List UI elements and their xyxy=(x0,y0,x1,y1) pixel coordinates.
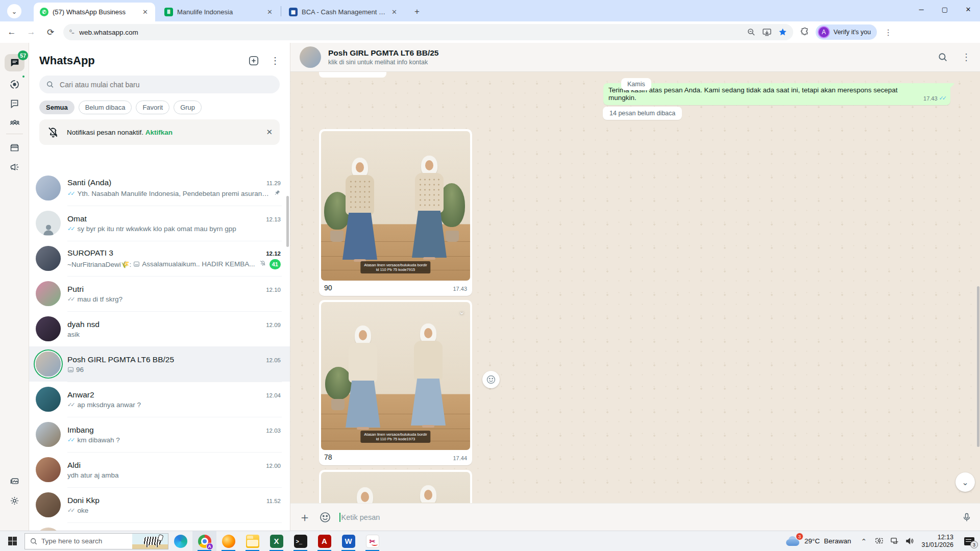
image-message[interactable]: Atasan linen versace/bulukuda bordir ld … xyxy=(319,129,472,296)
scroll-to-bottom-button[interactable]: ⌄ xyxy=(955,472,975,492)
search-input[interactable] xyxy=(60,81,273,89)
tab-close-icon[interactable]: ✕ xyxy=(140,7,150,17)
network-icon[interactable] xyxy=(887,531,902,551)
chat-list-item[interactable]: Putri 12.10 ✓✓mau di tf skrg? xyxy=(29,276,290,311)
image-message-partial[interactable] xyxy=(319,470,472,503)
avatar[interactable] xyxy=(36,387,61,412)
rail-chats-button[interactable]: 57 xyxy=(5,54,24,71)
filter-chip-belum-dibaca[interactable]: Belum dibaca xyxy=(79,101,132,114)
taskbar-app-file-explorer[interactable] xyxy=(240,531,264,551)
verify-profile-button[interactable]: A Verify it's you xyxy=(816,24,877,40)
rail-settings-button[interactable] xyxy=(5,492,24,509)
notification-banner[interactable]: Notifikasi pesan nonaktif. Aktifkan ✕ xyxy=(39,119,280,145)
rail-channels-button[interactable] xyxy=(5,95,24,112)
new-chat-icon[interactable] xyxy=(248,55,259,66)
chat-list-item[interactable]: Posh GIRL PGMTA LT6 BB/25 12.05 96 xyxy=(29,346,290,382)
avatar[interactable] xyxy=(36,211,61,236)
new-tab-button[interactable]: + xyxy=(410,5,424,18)
chat-list-item[interactable]: Doni Kkp 11.52 ✓✓oke xyxy=(29,487,290,522)
filter-chip-grup[interactable]: Grup xyxy=(174,101,202,114)
search-highlight-image[interactable] xyxy=(132,534,168,549)
browser-menu-icon[interactable]: ⋮ xyxy=(883,28,897,37)
chat-menu-icon[interactable]: ⋮ xyxy=(962,52,971,63)
taskbar-app-edge[interactable] xyxy=(168,531,192,551)
tab-close-icon[interactable]: ✕ xyxy=(389,7,399,17)
bookmark-star-icon[interactable] xyxy=(778,28,787,36)
chat-list-item[interactable]: Santi (Anda) 11.29 ✓✓Yth. Nasabah Manuli… xyxy=(29,170,290,206)
message-options-chevron-icon[interactable]: ⌄ xyxy=(458,307,465,316)
minimize-button[interactable]: ─ xyxy=(910,0,933,18)
reload-button[interactable]: ⟳ xyxy=(43,24,58,40)
zoom-icon[interactable] xyxy=(747,28,755,36)
chat-list-item[interactable]: Imbang 12.03 ✓✓km dibawah ? xyxy=(29,417,290,452)
search-bar[interactable] xyxy=(39,76,280,93)
taskbar-app-firefox[interactable] xyxy=(216,531,240,551)
rail-status-button[interactable] xyxy=(5,76,24,93)
rail-advertise-button[interactable] xyxy=(5,158,24,176)
attach-plus-icon[interactable]: ＋ xyxy=(299,509,311,525)
avatar[interactable] xyxy=(36,492,61,517)
avatar[interactable] xyxy=(36,316,61,341)
filter-chip-semua[interactable]: Semua xyxy=(39,101,75,114)
site-info-icon[interactable]: ⁰₌ xyxy=(69,29,74,36)
taskbar-app-word[interactable]: W xyxy=(336,531,360,551)
product-photo[interactable]: Atasan linen versace/bulukuda bordir ld … xyxy=(321,131,470,281)
conversation-header[interactable]: Posh GIRL PGMTA LT6 BB/25 klik di sini u… xyxy=(290,43,980,72)
message-input[interactable]: Ketik pesan xyxy=(339,513,953,522)
outgoing-message-bubble[interactable]: Terima kasih atas pesan Anda. Kami sedan… xyxy=(603,83,950,105)
taskbar-app-excel[interactable]: X xyxy=(264,531,288,551)
avatar[interactable] xyxy=(36,281,61,306)
banner-action[interactable]: Aktifkan xyxy=(145,129,173,136)
url-text[interactable]: web.whatsapp.com xyxy=(79,29,742,36)
taskbar-app-snipping-tool[interactable]: ✂ xyxy=(360,531,384,551)
sidebar-menu-icon[interactable]: ⋮ xyxy=(271,55,280,66)
volume-icon[interactable] xyxy=(902,531,917,551)
product-photo[interactable]: ⌄ xyxy=(321,302,470,450)
chat-list-item[interactable]: SUROPATI 3 12.12 ~NurFitrianaDewi🌾:Assal… xyxy=(29,241,290,276)
image-message[interactable]: ⌄ xyxy=(319,300,472,465)
react-emoji-button[interactable] xyxy=(482,371,500,388)
action-center-button[interactable]: 3 xyxy=(959,531,980,551)
tab-search-button[interactable]: ⌄ xyxy=(7,4,21,18)
close-button[interactable]: ✕ xyxy=(957,0,980,18)
back-button[interactable]: ← xyxy=(4,24,19,40)
forward-button[interactable]: → xyxy=(23,24,39,40)
tab-close-icon[interactable]: ✕ xyxy=(265,7,275,17)
chat-list-item[interactable]: Reseler Haz Fashion 11.47 Opi Mas Aa:Fot… xyxy=(29,522,290,531)
taskbar-search[interactable]: Type here to search xyxy=(24,533,168,549)
message-area[interactable]: Kamis Terima kasih atas pesan Anda. Kami… xyxy=(290,72,980,503)
taskbar-app-chrome[interactable]: A xyxy=(192,531,216,551)
rail-media-button[interactable] xyxy=(5,472,24,490)
tray-expand-chevron-icon[interactable]: ⌃ xyxy=(856,531,871,551)
taskbar-clock[interactable]: 12:13 31/01/2026 xyxy=(917,534,959,549)
message-composer[interactable]: ＋ Ketik pesan xyxy=(290,503,980,531)
sidebar-scrollbar[interactable] xyxy=(286,196,289,247)
emoji-icon[interactable] xyxy=(319,511,331,523)
url-bar[interactable]: ⁰₌ web.whatsapp.com xyxy=(63,24,793,40)
avatar[interactable] xyxy=(36,246,61,271)
avatar[interactable] xyxy=(36,457,61,482)
taskbar-weather[interactable]: 3 29°C Berawan xyxy=(780,536,856,547)
chat-list-item[interactable]: Omat 12.13 ✓✓sy byr pk itu ntr wkwkwk kl… xyxy=(29,206,290,241)
chat-scrollbar[interactable] xyxy=(977,286,979,447)
start-button[interactable] xyxy=(0,531,24,551)
rail-catalog-button[interactable] xyxy=(5,139,24,156)
browser-tab[interactable]: Ⅲ Manulife Indonesia ✕ xyxy=(158,3,280,21)
cast-icon[interactable] xyxy=(763,29,771,36)
browser-tab[interactable]: ✆ (57) WhatsApp Business ✕ xyxy=(34,3,155,21)
browser-tab[interactable]: ▦ BCA - Cash Management Syste ✕ xyxy=(283,3,404,21)
avatar[interactable] xyxy=(36,422,61,447)
meet-now-icon[interactable] xyxy=(871,531,887,551)
chat-list-item[interactable]: Anwar2 12.04 ✓✓ap mksdnya anwar ? xyxy=(29,382,290,417)
taskbar-app-terminal[interactable]: >_ xyxy=(288,531,312,551)
rail-communities-button[interactable] xyxy=(5,114,24,132)
mic-icon[interactable] xyxy=(962,512,972,523)
taskbar-app-acrobat[interactable]: A xyxy=(312,531,336,551)
filter-chip-favorit[interactable]: Favorit xyxy=(136,101,169,114)
maximize-button[interactable]: ▢ xyxy=(933,0,957,18)
chat-search-icon[interactable] xyxy=(938,53,947,62)
chat-list-item[interactable]: dyah nsd 12.09 asik xyxy=(29,311,290,346)
conversation-avatar[interactable] xyxy=(300,46,321,68)
avatar[interactable] xyxy=(36,352,61,377)
extensions-icon[interactable] xyxy=(800,28,810,37)
